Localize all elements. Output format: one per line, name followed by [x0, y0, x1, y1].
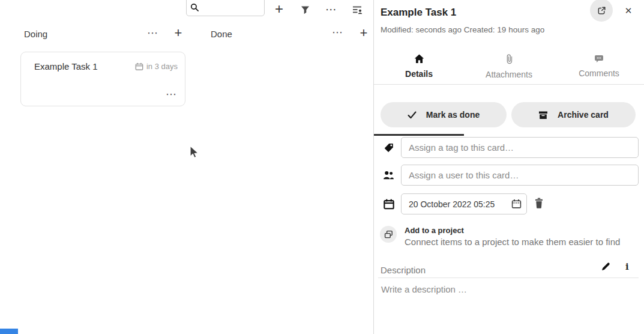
add-to-project-subtitle: Connect items to a project to make them … — [405, 237, 620, 247]
card-due-label: in 3 days — [146, 62, 178, 71]
card-menu-button[interactable]: ⋯ — [166, 88, 176, 101]
archive-icon — [538, 111, 548, 120]
card-details-panel: Example Task 1 Modified: seconds ago Cre… — [374, 0, 644, 334]
description-label: Description — [381, 265, 426, 275]
column-title-doing: Doing — [24, 29, 47, 39]
filter-funnel-icon — [301, 5, 310, 14]
add-to-project-row[interactable]: Add to a project Connect items to a proj… — [380, 224, 638, 247]
tab-details-label: Details — [405, 69, 433, 79]
mark-as-done-label: Mark as done — [426, 110, 480, 120]
open-calendar-button[interactable] — [511, 199, 522, 209]
assign-user-input[interactable] — [401, 165, 639, 186]
open-external-button[interactable] — [590, 0, 613, 22]
calendar-icon — [135, 62, 143, 71]
trash-icon — [534, 198, 544, 208]
description-divider — [378, 278, 639, 278]
external-link-icon — [597, 5, 607, 16]
filter-button[interactable] — [296, 1, 314, 19]
due-date-calendar-icon — [384, 199, 394, 210]
tab-attachments-label: Attachments — [486, 70, 532, 79]
horizontal-scrollbar-thumb[interactable] — [0, 329, 18, 334]
tab-attachments[interactable]: Attachments — [464, 51, 554, 84]
tab-details[interactable]: Details — [374, 51, 464, 84]
check-icon — [408, 111, 417, 119]
due-date-value: 20 October 2022 05:25 — [409, 199, 511, 209]
card-title: Example Task 1 — [34, 61, 135, 71]
project-icon-circle — [380, 226, 397, 243]
add-card-toolbar-button[interactable]: + — [270, 0, 288, 18]
tab-comments[interactable]: Comments — [554, 51, 644, 84]
description-placeholder[interactable]: Write a description … — [381, 284, 467, 294]
search-icon — [190, 3, 199, 12]
column-title-done: Done — [211, 29, 232, 39]
pencil-icon — [601, 262, 610, 272]
calendar-picker-icon — [511, 199, 522, 209]
search-input[interactable] — [202, 3, 260, 13]
assignee-filter-button[interactable] — [348, 1, 366, 19]
active-tab-indicator — [374, 134, 464, 136]
comment-icon — [594, 54, 604, 63]
add-to-project-title: Add to a project — [405, 224, 620, 235]
due-date-field[interactable]: 20 October 2022 05:25 — [401, 193, 527, 214]
column-done-menu-button[interactable]: ⋯ — [329, 24, 346, 41]
tag-icon — [384, 142, 394, 153]
search-input-wrap — [186, 0, 265, 16]
panel-card-meta: Modified: seconds ago Created: 19 hours … — [381, 25, 544, 34]
kanban-app-window: + ⋯ Doing ⋯ + Done ⋯ + Example T — [0, 0, 644, 334]
archive-card-button[interactable]: Archive card — [511, 102, 636, 127]
column-doing-menu-button[interactable]: ⋯ — [144, 25, 161, 41]
kanban-card[interactable]: Example Task 1 in 3 days ⋯ — [20, 52, 185, 106]
description-info-button[interactable]: i — [625, 261, 629, 272]
users-icon — [383, 170, 394, 180]
tab-comments-label: Comments — [579, 68, 619, 78]
close-panel-button[interactable]: ✕ — [621, 4, 636, 18]
list-user-icon — [352, 5, 363, 14]
assign-tag-input[interactable] — [401, 137, 639, 158]
mark-as-done-button[interactable]: Mark as done — [381, 102, 507, 127]
board-menu-button[interactable]: ⋯ — [322, 0, 340, 18]
edit-description-button[interactable] — [601, 262, 610, 273]
archive-card-label: Archive card — [558, 110, 609, 120]
column-done-add-button[interactable]: + — [355, 25, 372, 41]
home-icon — [414, 54, 424, 64]
remove-due-date-button[interactable] — [534, 198, 544, 210]
mouse-cursor — [188, 145, 200, 159]
panel-tabs: Details Attachments Comments — [374, 51, 644, 85]
card-due-date: in 3 days — [135, 62, 178, 71]
column-doing-add-button[interactable]: + — [170, 25, 187, 41]
stacked-windows-icon — [384, 230, 393, 239]
paperclip-icon — [505, 54, 513, 64]
panel-card-title: Example Task 1 — [381, 7, 456, 19]
